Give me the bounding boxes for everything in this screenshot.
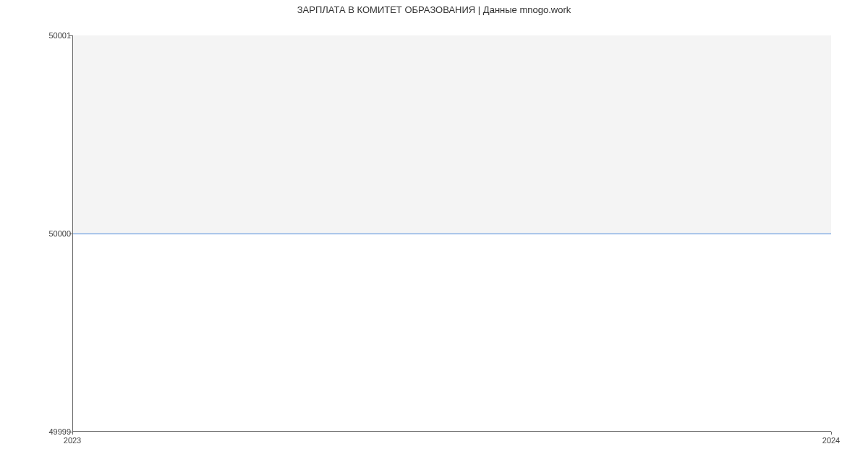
data-line bbox=[73, 234, 831, 234]
chart-container: ЗАРПЛАТА В КОМИТЕТ ОБРАЗОВАНИЯ | Данные … bbox=[0, 0, 868, 470]
y-tick-label: 50001 bbox=[48, 31, 71, 40]
y-tick-label: 49999 bbox=[48, 427, 71, 436]
plot-area bbox=[72, 35, 831, 432]
area-fill bbox=[73, 35, 831, 234]
chart-title: ЗАРПЛАТА В КОМИТЕТ ОБРАЗОВАНИЯ | Данные … bbox=[0, 0, 868, 15]
x-tick-label: 2023 bbox=[64, 436, 81, 445]
y-tick-label: 50000 bbox=[48, 229, 71, 238]
x-tick-mark bbox=[831, 432, 832, 435]
x-tick-mark bbox=[72, 432, 73, 435]
x-tick-label: 2024 bbox=[822, 436, 840, 445]
